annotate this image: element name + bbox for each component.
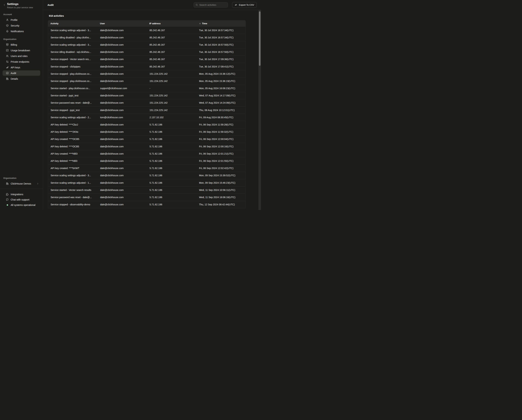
sidebar-header: Settings Return to your service view: [0, 2, 43, 9]
sidebar-item-profile[interactable]: Profile: [3, 17, 40, 23]
user-cell: dale@clickhouse.com: [100, 94, 150, 97]
sidebar-item-label: Usage breakdown: [11, 49, 30, 52]
sidebar-item-users-and-roles[interactable]: Users and roles: [3, 53, 40, 59]
ip-cell: 85.242.48.167: [150, 43, 199, 46]
table-row[interactable]: Service stopped - Vector search res...da…: [48, 56, 246, 63]
export-csv-button[interactable]: Export To CSV: [232, 2, 257, 8]
scrollbar-thumb[interactable]: [259, 11, 261, 66]
ip-cell: 85.242.48.167: [150, 29, 199, 32]
user-cell: dale@clickhouse.com: [100, 167, 150, 170]
time-cell: Wed, 07 Aug 2024 14:17:09(UTC): [199, 94, 246, 97]
sidebar-item-audit[interactable]: Audit: [3, 70, 40, 76]
app-window: Settings Return to your service view Acc…: [0, 0, 261, 210]
activity-cell: Service stopped - observability-demo: [48, 203, 100, 206]
ip-cell: 85.242.48.167: [150, 36, 199, 39]
building-icon: [6, 77, 9, 80]
table-row[interactable]: Service started - pypi_testdale@clickhou…: [48, 92, 246, 99]
activity-cell: Service scaling settings adjusted - 2...: [48, 116, 100, 119]
search-input[interactable]: [200, 4, 226, 6]
footer-item-chat-with-support[interactable]: Chat with support: [3, 197, 40, 202]
table-row[interactable]: Service started - play.clickhouse.co...s…: [48, 85, 246, 92]
table-row[interactable]: Service scaling settings adjusted - 2...…: [48, 114, 246, 121]
time-cell: Fri, 06 Sep 2024 12:02:42(UTC): [199, 167, 246, 170]
sidebar-item-security[interactable]: Security: [3, 23, 40, 28]
table-row[interactable]: Service stopped - play.clickhouse.co...d…: [48, 78, 246, 85]
table-row[interactable]: API key created: ****bXWTdale@clickhouse…: [48, 165, 246, 172]
table-row[interactable]: Service scaling settings adjusted - 1...…: [48, 179, 246, 187]
sidebar-item-label: Security: [11, 24, 19, 27]
table-row[interactable]: API key created: ****OCB5dale@clickhouse…: [48, 136, 246, 143]
section-label: Organization: [3, 38, 40, 40]
activity-cell: Service scaling settings adjusted - 3...: [48, 174, 100, 177]
building-icon: [6, 182, 9, 185]
ip-cell: 2.137.10.102: [150, 116, 199, 119]
table-row[interactable]: Service stopped - clickpipesdale@clickho…: [48, 63, 246, 70]
ip-cell: 5.71.62.186: [150, 196, 199, 199]
table-row[interactable]: API key deleted: ****hBl3dale@clickhouse…: [48, 157, 246, 164]
table-row[interactable]: Service idling disabled - sql.clickhou..…: [48, 48, 246, 56]
puzzle-icon: [6, 193, 9, 196]
activity-cell: API key created: ****OCB5: [48, 138, 100, 140]
column-header-ip[interactable]: IP address: [149, 22, 199, 25]
ip-cell: 5.71.62.186: [150, 123, 199, 126]
vertical-scrollbar[interactable]: [258, 10, 261, 210]
ip-cell: 151.224.225.142: [150, 94, 199, 97]
table-row[interactable]: Service stopped - pypi_testdale@clickhou…: [48, 107, 246, 114]
ip-cell: 5.71.62.186: [150, 174, 199, 177]
keys-icon: [6, 66, 9, 69]
column-header-user[interactable]: User: [100, 22, 149, 25]
user-cell: dale@clickhouse.com: [100, 29, 150, 32]
column-header-time[interactable]: Time: [199, 22, 246, 25]
sidebar-item-label: Profile: [11, 19, 17, 21]
activity-cell: Service scaling settings adjusted - 3...: [48, 29, 100, 32]
settings-subtitle: Return to your service view: [7, 6, 33, 9]
search-icon: [195, 4, 198, 6]
sidebar-item-notifications[interactable]: Notifications: [3, 29, 40, 34]
ip-cell: 85.242.48.167: [150, 58, 199, 61]
sidebar-item-details[interactable]: Details: [3, 76, 40, 81]
footer-item-integrations[interactable]: Integrations: [3, 192, 40, 197]
table-row[interactable]: Service stopped - play.clickhouse.co...d…: [48, 70, 246, 78]
table-row[interactable]: Service idling disabled - play.clickho..…: [48, 34, 246, 41]
section-label: Account: [3, 13, 40, 16]
table-row[interactable]: API key created: ****hBl3dale@clickhouse…: [48, 150, 246, 157]
org-switcher[interactable]: ClickHouse Demos: [3, 181, 40, 186]
user-cell: dale@clickhouse.com: [100, 138, 150, 140]
time-cell: Fri, 06 Sep 2024 12:00:16(UTC): [199, 145, 246, 148]
sidebar-item-label: API keys: [11, 66, 20, 69]
time-cell: Fri, 09 Aug 2024 08:30:45(UTC): [199, 116, 246, 119]
sidebar-item-api-keys[interactable]: API keys: [3, 65, 40, 70]
activity-cell: Service started - Vector search results: [48, 189, 100, 191]
table-row[interactable]: Service scaling settings adjusted - 3...…: [48, 172, 246, 179]
table-row[interactable]: API key deleted: ****2KNcdale@clickhouse…: [48, 128, 246, 136]
time-cell: Tue, 30 Jul 2024 17:09:41(UTC): [199, 65, 246, 68]
time-cell: Mon, 05 Aug 2024 16:08:23(UTC): [199, 87, 246, 90]
sidebar-item-label: Private endpoints: [11, 60, 29, 63]
sidebar-item-usage-breakdown[interactable]: Usage breakdown: [3, 48, 40, 53]
time-cell: Thu, 08 Aug 2024 10:12:01(UTC): [199, 109, 246, 112]
sidebar-item-private-endpoints[interactable]: Private endpoints: [3, 59, 40, 64]
activity-cell: Service scaling settings adjusted - 3...: [48, 43, 100, 46]
system-status[interactable]: All systems operational: [3, 202, 40, 208]
table-row[interactable]: Service scaling settings adjusted - 3...…: [48, 41, 246, 48]
status-dot-icon: [6, 203, 9, 206]
sidebar-item-billing[interactable]: Billing: [3, 42, 40, 47]
footer-item-label: Chat with support: [11, 198, 30, 201]
column-header-activity[interactable]: Activity: [48, 22, 100, 25]
user-cell: dale@clickhouse.com: [100, 152, 150, 155]
table-row[interactable]: Service stopped - observability-demodale…: [48, 201, 246, 208]
sort-descending-icon: [199, 22, 201, 25]
user-cell: dale@clickhouse.com: [100, 203, 150, 206]
table-row[interactable]: API key deleted: ****OCB5dale@clickhouse…: [48, 143, 246, 150]
ip-cell: 5.71.62.186: [150, 181, 199, 184]
table-row[interactable]: Service password was reset - dale@...dal…: [48, 99, 246, 107]
table-row[interactable]: Service started - Vector search resultsd…: [48, 187, 246, 194]
time-cell: Fri, 06 Sep 2024 12:01:55(UTC): [199, 160, 246, 162]
table-row[interactable]: Service password was reset - dale@...dal…: [48, 194, 246, 201]
table-row[interactable]: API key deleted: ****CbzJdale@clickhouse…: [48, 121, 246, 128]
ip-cell: 5.71.62.186: [150, 203, 199, 206]
back-button[interactable]: [3, 4, 6, 7]
time-cell: Fri, 06 Sep 2024 12:01:21(UTC): [199, 152, 246, 155]
table-row[interactable]: Service scaling settings adjusted - 3...…: [48, 27, 246, 34]
user-cell: tom@clickhouse.com: [100, 116, 150, 119]
